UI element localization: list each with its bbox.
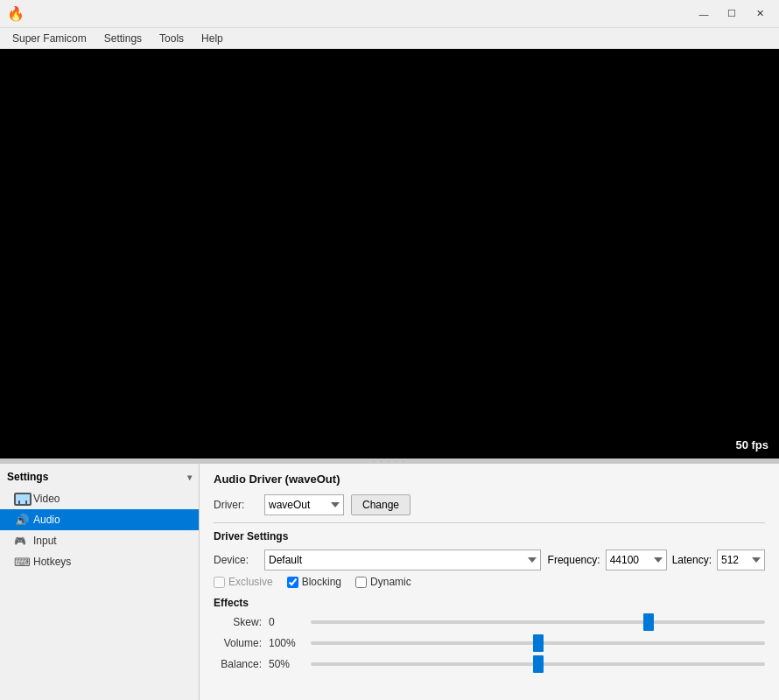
checkboxes-row: Exclusive Blocking Dynamic <box>214 576 765 588</box>
volume-slider[interactable] <box>311 641 765 645</box>
dynamic-checkbox[interactable] <box>355 577 367 588</box>
freq-latency-group: Frequency: 44100 48000 96000 Latency: 51… <box>548 550 765 570</box>
sidebar-item-video[interactable]: Video <box>0 488 199 509</box>
settings-panel: Audio Driver (waveOut) Driver: waveOut D… <box>200 464 779 700</box>
exclusive-label: Exclusive <box>228 576 273 588</box>
menu-tools[interactable]: Tools <box>151 31 193 46</box>
bottom-panel: Settings ▾ Video Audio Input Hotkeys Aud… <box>0 464 779 700</box>
menu-settings[interactable]: Settings <box>95 31 151 46</box>
blocking-checkbox-label[interactable]: Blocking <box>287 576 341 588</box>
window-controls: — ☐ ✕ <box>691 4 772 24</box>
device-label: Device: <box>214 554 257 566</box>
volume-slider-container <box>311 641 765 645</box>
volume-row: Volume: 100% <box>214 637 765 649</box>
menu-help[interactable]: Help <box>193 31 232 46</box>
blocking-checkbox[interactable] <box>287 577 298 588</box>
balance-row: Balance: 50% <box>214 658 765 670</box>
divider-1 <box>214 522 765 523</box>
sidebar-header-label: Settings <box>7 471 48 483</box>
maximize-button[interactable]: ☐ <box>719 4 744 24</box>
skew-slider-container <box>311 620 765 624</box>
skew-row: Skew: 0 <box>214 616 765 628</box>
sidebar-item-input[interactable]: Input <box>0 530 199 551</box>
driver-label: Driver: <box>214 499 257 511</box>
titlebar-left: 🔥 <box>7 5 30 22</box>
driver-row: Driver: waveOut DirectSound WASAPI Chang… <box>214 494 765 515</box>
device-row: Device: Default Frequency: 44100 48000 9… <box>214 550 765 570</box>
device-select[interactable]: Default <box>264 550 541 570</box>
sidebar-item-hotkeys[interactable]: Hotkeys <box>0 551 199 572</box>
skew-value: 0 <box>269 616 304 628</box>
skew-slider[interactable] <box>311 620 765 624</box>
audio-driver-title: Audio Driver (waveOut) <box>214 472 765 486</box>
driver-select[interactable]: waveOut DirectSound WASAPI <box>264 494 344 515</box>
frequency-label: Frequency: <box>548 554 600 566</box>
sidebar: Settings ▾ Video Audio Input Hotkeys <box>0 464 200 700</box>
menu-super-famicom[interactable]: Super Famicom <box>4 31 95 46</box>
change-button[interactable]: Change <box>351 494 411 515</box>
latency-select[interactable]: 512 256 1024 <box>717 550 765 570</box>
sidebar-label-video: Video <box>33 493 60 505</box>
volume-label: Volume: <box>214 637 262 649</box>
video-icon <box>14 492 28 506</box>
audio-icon <box>14 513 28 527</box>
balance-label: Balance: <box>214 658 262 670</box>
sidebar-header: Settings ▾ <box>0 467 199 488</box>
exclusive-checkbox-label: Exclusive <box>214 576 273 588</box>
sidebar-item-audio[interactable]: Audio <box>0 509 199 530</box>
driver-settings-title: Driver Settings <box>214 530 765 542</box>
sidebar-label-hotkeys: Hotkeys <box>33 556 71 568</box>
input-icon <box>14 534 28 548</box>
fps-display: 50 fps <box>735 438 768 452</box>
effects-title: Effects <box>214 597 765 609</box>
frequency-select[interactable]: 44100 48000 96000 <box>606 550 667 570</box>
exclusive-checkbox[interactable] <box>214 577 225 588</box>
balance-slider-container <box>311 662 765 666</box>
titlebar: 🔥 — ☐ ✕ <box>0 0 779 28</box>
sidebar-label-audio: Audio <box>33 514 60 526</box>
close-button[interactable]: ✕ <box>747 4 772 24</box>
app-icon: 🔥 <box>7 5 25 22</box>
latency-label: Latency: <box>672 554 712 566</box>
skew-label: Skew: <box>214 616 262 628</box>
game-canvas: 50 fps <box>0 49 779 458</box>
sidebar-chevron: ▾ <box>187 472 192 482</box>
sidebar-label-input: Input <box>33 535 57 547</box>
dynamic-checkbox-label[interactable]: Dynamic <box>355 576 411 588</box>
blocking-label: Blocking <box>302 576 341 588</box>
minimize-button[interactable]: — <box>691 4 716 24</box>
dynamic-label: Dynamic <box>370 576 411 588</box>
volume-value: 100% <box>269 637 304 649</box>
balance-slider[interactable] <box>311 662 765 666</box>
menubar: Super Famicom Settings Tools Help <box>0 28 779 49</box>
hotkeys-icon <box>14 555 28 569</box>
effects-section: Effects Skew: 0 Volume: 100% Balance: <box>214 597 765 670</box>
balance-value: 50% <box>269 658 304 670</box>
